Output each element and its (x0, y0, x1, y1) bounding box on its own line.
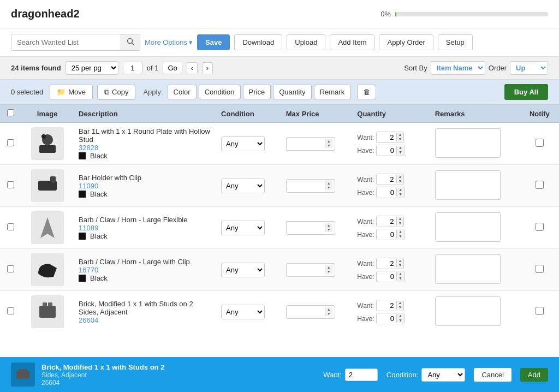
setup-button[interactable]: Setup (438, 34, 473, 50)
apply-price-button[interactable]: Price (243, 85, 271, 99)
price-input[interactable] (287, 180, 325, 192)
notify-checkbox[interactable] (536, 181, 544, 189)
order-select[interactable]: Up Down (510, 61, 548, 75)
want-spinner[interactable]: ▲ ▼ (396, 259, 404, 268)
select-all-checkbox[interactable] (7, 109, 14, 116)
overlay-bar: Brick, Modified 1 x 1 with Studs on 2 Si… (0, 357, 559, 392)
table-row: Brick, Modified 1 x 1 with Studs on 2 Si… (0, 291, 559, 333)
overlay-cancel-button[interactable]: Cancel (474, 368, 511, 382)
per-page-select[interactable]: 25 per pg 50 per pg 100 per pg (66, 61, 118, 75)
svg-marker-7 (40, 217, 55, 238)
trash-icon: 🗑 (363, 88, 370, 96)
remarks-textarea[interactable] (435, 254, 501, 284)
item-color: Black (79, 232, 210, 240)
row-checkbox[interactable] (7, 139, 14, 146)
item-id[interactable]: 11090 (79, 182, 210, 190)
have-input[interactable] (377, 313, 396, 324)
notify-checkbox[interactable] (536, 223, 544, 231)
row-notify-cell (520, 123, 559, 165)
upload-button[interactable]: Upload (287, 34, 325, 50)
price-down-arrow: ▼ (327, 312, 331, 316)
apply-color-button[interactable]: Color (168, 85, 197, 99)
price-spinner[interactable]: ▲ ▼ (325, 139, 332, 149)
apply-order-button[interactable]: Apply Order (379, 34, 433, 50)
save-button[interactable]: Save (197, 34, 230, 50)
have-input[interactable] (377, 229, 396, 240)
overlay-condition-label: Condition: (386, 371, 419, 379)
copy-button[interactable]: ⧉ Copy (97, 85, 135, 100)
have-spinner[interactable]: ▲ ▼ (396, 146, 404, 155)
price-spinner[interactable]: ▲ ▼ (325, 181, 332, 191)
want-input[interactable] (377, 216, 396, 227)
want-input[interactable] (377, 258, 396, 269)
want-spinner[interactable]: ▲ ▼ (396, 175, 404, 184)
overlay-want-input[interactable] (345, 369, 378, 381)
download-button[interactable]: Download (234, 34, 282, 50)
price-spinner[interactable]: ▲ ▼ (325, 265, 332, 275)
item-id[interactable]: 16770 (79, 266, 210, 274)
add-item-button[interactable]: Add Item (330, 34, 374, 50)
condition-select[interactable]: Any New Used (222, 305, 264, 319)
notify-checkbox[interactable] (536, 265, 544, 273)
have-input[interactable] (377, 145, 396, 156)
svg-rect-3 (39, 145, 56, 153)
search-button[interactable] (121, 34, 140, 50)
row-checkbox-cell (0, 207, 21, 249)
overlay-add-button[interactable]: Add (520, 368, 548, 382)
next-page-button[interactable]: › (202, 62, 213, 74)
have-input[interactable] (377, 271, 396, 282)
apply-remark-button[interactable]: Remark (314, 85, 351, 99)
remarks-textarea[interactable] (435, 128, 501, 158)
notify-checkbox[interactable] (536, 139, 544, 147)
remarks-textarea[interactable] (435, 296, 501, 326)
price-input[interactable] (287, 306, 325, 318)
remarks-textarea[interactable] (435, 170, 501, 200)
item-id[interactable]: 26604 (79, 316, 210, 324)
have-spinner[interactable]: ▲ ▼ (396, 188, 404, 197)
price-input[interactable] (287, 222, 325, 234)
row-quantity-cell: Want: ▲ ▼ Have: ▲ ▼ (352, 249, 429, 291)
have-spinner[interactable]: ▲ ▼ (396, 230, 404, 239)
have-spinner[interactable]: ▲ ▼ (396, 314, 404, 323)
have-spinner[interactable]: ▲ ▼ (396, 272, 404, 281)
condition-select[interactable]: Any New Used (222, 137, 264, 151)
want-spinner[interactable]: ▲ ▼ (396, 217, 404, 226)
want-input[interactable] (377, 132, 396, 142)
prev-page-button[interactable]: ‹ (187, 62, 198, 74)
search-input[interactable] (11, 35, 121, 50)
apply-condition-button[interactable]: Condition (199, 85, 241, 99)
apply-quantity-button[interactable]: Quantity (273, 85, 311, 99)
item-id[interactable]: 32828 (79, 144, 210, 152)
want-input[interactable] (377, 300, 396, 311)
page-input[interactable] (123, 62, 142, 74)
remarks-textarea[interactable] (435, 212, 501, 242)
want-label: Want: (357, 134, 376, 141)
price-input[interactable] (287, 138, 325, 150)
want-input[interactable] (377, 174, 396, 185)
more-options-button[interactable]: More Options ▾ (145, 38, 193, 46)
delete-button[interactable]: 🗑 (357, 85, 376, 99)
order-label: Order (489, 64, 507, 72)
row-checkbox[interactable] (7, 223, 14, 230)
row-checkbox[interactable] (7, 307, 14, 314)
item-id[interactable]: 11089 (79, 224, 210, 232)
move-button[interactable]: 📁 Move (50, 85, 93, 99)
row-checkbox[interactable] (7, 265, 14, 272)
price-spinner[interactable]: ▲ ▼ (325, 307, 332, 317)
price-input[interactable] (287, 264, 325, 276)
condition-select[interactable]: Any New Used (222, 179, 264, 193)
notify-checkbox[interactable] (536, 307, 544, 315)
go-button[interactable]: Go (163, 62, 182, 74)
row-checkbox[interactable] (7, 181, 14, 188)
overlay-condition-select[interactable]: Any New Used (421, 368, 465, 382)
buy-all-button[interactable]: Buy All (504, 84, 548, 100)
condition-select[interactable]: Any New Used (222, 263, 264, 277)
sort-by-select[interactable]: Item Name Price Quantity (431, 61, 485, 75)
condition-select[interactable]: Any New Used (222, 221, 264, 235)
price-spinner[interactable]: ▲ ▼ (325, 223, 332, 233)
want-down-arrow: ▼ (399, 221, 402, 225)
want-spinner[interactable]: ▲ ▼ (396, 301, 404, 310)
have-input[interactable] (377, 187, 396, 198)
want-spinner[interactable]: ▲ ▼ (396, 133, 404, 142)
row-description-cell: Barb / Claw / Horn - Large with Clip 167… (73, 249, 216, 291)
